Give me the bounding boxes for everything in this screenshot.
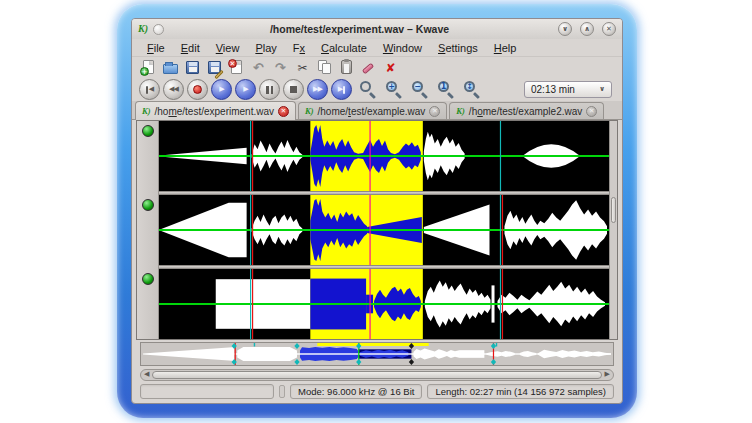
zoom-select-button[interactable] [359,80,378,99]
tracks [159,121,609,339]
kwave-tab-icon: K) [456,107,465,116]
paste-button[interactable] [337,58,356,77]
undo-button[interactable]: ↶ [249,58,268,77]
status-length: Length: 02:27 min (14 156 972 samples) [427,384,614,399]
stop-button[interactable] [283,79,304,100]
file-toolbar: + ✕ ↶ ↷ ✂ ✘ [132,57,622,78]
zoom-normal-button[interactable]: 1 [437,80,456,99]
track3-enable-led[interactable] [142,273,154,285]
menu-window[interactable]: Window [376,41,429,55]
cut-button[interactable]: ✂ [293,58,312,77]
kwave-tab-icon: K) [305,107,314,116]
track1-enable-led[interactable] [142,125,154,137]
track1-waveform[interactable] [159,121,609,191]
delete-button[interactable]: ✘ [381,58,400,77]
pause-button[interactable] [259,79,280,100]
zoom-all-button[interactable]: ↕ [463,80,482,99]
redo-button[interactable]: ↷ [271,58,290,77]
menu-settings[interactable]: Settings [431,41,485,55]
vertical-scrollbar-thumb[interactable] [611,197,616,223]
transport-toolbar: ◀ ◀◀ ▶ ▶ ▶▶ ▶ + − 1 ↕ 02:13 min ∨ [132,78,622,101]
zoom-in-button[interactable]: + [385,80,404,99]
record-button[interactable] [187,79,208,100]
eraser-icon [362,63,374,75]
erase-button[interactable] [359,58,378,77]
save-as-button[interactable] [205,58,224,77]
tab-label: /home/test/example2.wav [469,106,582,117]
overview-svg [141,343,613,365]
pause-icon [266,86,273,94]
tab-close-icon[interactable]: ✕ [429,106,440,117]
tab-close-icon[interactable]: ✕ [278,106,289,117]
skip-forward-button[interactable]: ▶ [331,79,352,100]
signal-view [136,120,618,340]
menu-view[interactable]: View [209,41,247,55]
tab-close-icon[interactable]: ✕ [586,106,597,117]
menubar: File Edit View Play Fx Calculate Window … [132,39,622,57]
scroll-right-icon[interactable]: ▶ [602,371,613,378]
plus-icon: + [140,67,149,76]
clipboard-icon [341,60,352,74]
tab-experiment-wav[interactable]: K) /home/test/experiment.wav ✕ [135,101,296,120]
kwave-window: K) /home/test/experiment.wav – Kwave ∨ ∧… [131,18,623,404]
menu-calculate[interactable]: Calculate [314,41,374,55]
window-title: /home/test/experiment.wav – Kwave [169,23,550,35]
statusbar-grip [279,385,285,398]
chevron-down-icon: ∨ [591,86,605,93]
tab-label: /home/test/example.wav [318,106,426,117]
tab-example-wav[interactable]: K) /home/test/example.wav ✕ [298,102,447,119]
copy-button[interactable] [315,58,334,77]
tabbar: K) /home/test/experiment.wav ✕ K) /home/… [132,101,622,120]
loop-play-button[interactable]: ▶ [235,79,256,100]
horizontal-scrollbar-thumb[interactable] [152,371,602,379]
open-file-button[interactable] [161,58,180,77]
zoom-out-button[interactable]: − [411,80,430,99]
track3-waveform[interactable] [159,269,609,339]
minimize-button[interactable]: ∨ [558,22,572,36]
status-mode: Mode: 96.000 kHz @ 16 Bit [290,384,422,399]
fast-forward-button[interactable]: ▶▶ [307,79,328,100]
titlebar: K) /home/test/experiment.wav – Kwave ∨ ∧… [132,19,622,39]
statusbar: Mode: 96.000 kHz @ 16 Bit Length: 02:27 … [132,381,622,403]
zoom-time-value: 02:13 min [531,84,575,95]
window-glow-border: K) /home/test/experiment.wav – Kwave ∨ ∧… [117,4,637,418]
skip-backward-button[interactable]: ◀ [139,79,160,100]
zoom-time-combobox[interactable]: 02:13 min ∨ [524,81,612,98]
overview-strip[interactable] [140,342,614,366]
menu-help[interactable]: Help [487,41,524,55]
floppy-icon [186,61,199,74]
menu-fx[interactable]: Fx [286,41,312,55]
close-button[interactable]: ✕ [602,22,616,36]
menu-play[interactable]: Play [248,41,283,55]
kwave-app-icon: K) [138,24,148,34]
track2-waveform[interactable] [159,195,609,265]
save-button[interactable] [183,58,202,77]
window-menu-button[interactable] [153,24,164,35]
vertical-scrollbar[interactable] [609,121,617,339]
horizontal-scrollbar[interactable]: ◀ ▶ [140,368,614,381]
menu-edit[interactable]: Edit [174,41,207,55]
play-button[interactable]: ▶ [211,79,232,100]
menu-file[interactable]: File [140,41,172,55]
new-file-button[interactable]: + [139,58,158,77]
scrollbar-groove[interactable]: ◀ ▶ [140,369,614,381]
tab-label: /home/test/experiment.wav [155,106,275,117]
close-file-button[interactable]: ✕ [227,58,246,77]
kwave-tab-icon: K) [142,107,151,116]
maximize-button[interactable]: ∧ [580,22,594,36]
scroll-left-icon[interactable]: ◀ [141,371,152,378]
rewind-button[interactable]: ◀◀ [163,79,184,100]
track-controls-column [137,121,159,339]
track2-enable-led[interactable] [142,199,154,211]
status-message-box [140,384,274,399]
x-badge-icon: ✕ [228,59,237,68]
tab-example2-wav[interactable]: K) /home/test/example2.wav ✕ [449,102,604,119]
folder-icon [163,64,178,74]
record-icon [193,85,202,94]
stop-icon [290,86,297,93]
